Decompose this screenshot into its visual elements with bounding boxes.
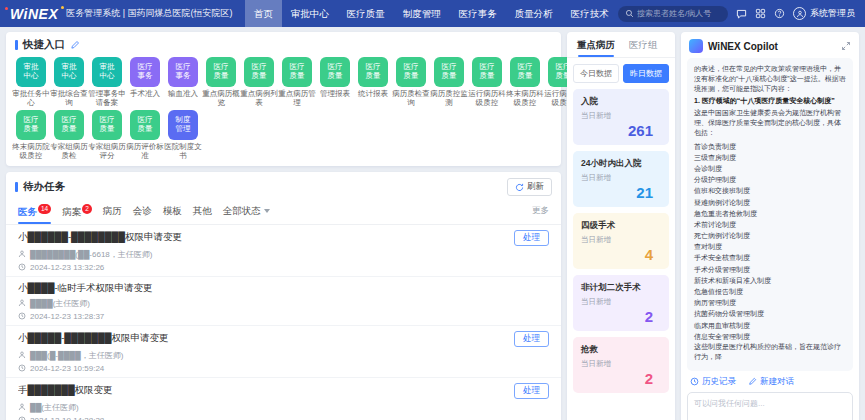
quick-entry-tile[interactable]: 医疗质量 病历质控监测 xyxy=(430,57,468,107)
tile-icon: 医疗质量 xyxy=(358,57,388,87)
handle-button[interactable]: 处理 xyxy=(514,331,549,347)
nav-tab[interactable]: 首页 xyxy=(245,0,282,27)
quick-entry-tile[interactable]: 医疗质量 专家组病历质检 xyxy=(50,110,88,160)
task-item[interactable]: 小████-临时手术权限申请变更 ████(主任医师) xyxy=(6,277,561,326)
refresh-button[interactable]: 刷新 xyxy=(507,178,552,196)
monitor-tabs: 重点病历 医疗组 xyxy=(567,32,675,58)
quick-entry-tile[interactable]: 审批中心 审批综合查询 xyxy=(50,57,88,107)
quick-entry-tile[interactable]: 医疗质量 运行病历科级质控 xyxy=(468,57,506,107)
clock-icon xyxy=(18,416,26,420)
new-chat-button[interactable]: 新建对话 xyxy=(748,376,794,388)
copilot-input[interactable] xyxy=(688,393,852,420)
stat-card[interactable]: 24小时内出入院 当日新增 21 xyxy=(573,151,669,207)
patient-search[interactable] xyxy=(618,6,728,22)
stat-title: 四级手术 xyxy=(581,220,661,232)
todo-tab-label: 模板 xyxy=(163,205,182,216)
expand-icon[interactable] xyxy=(841,41,851,51)
todo-tab[interactable]: 模板 xyxy=(163,202,182,223)
stat-title: 24小时内出入院 xyxy=(581,158,661,170)
help-icon[interactable] xyxy=(774,8,785,19)
handle-button[interactable]: 处理 xyxy=(514,383,549,399)
tile-label: 医院制度文书 xyxy=(164,142,202,160)
stat-sublabel: 当日新增 xyxy=(581,297,661,307)
quick-entry-tile[interactable]: 审批中心 审批任务中心 xyxy=(12,57,50,107)
app-title: 医务管理系统 | 国药同煤总医院(恒安院区) xyxy=(66,7,232,20)
stat-card[interactable]: 非计划二次手术 当日新增 2 xyxy=(573,275,669,331)
main-nav: 首页 审批中心 医疗质量 制度管理 医疗事务 质量分析 医疗技术 xyxy=(245,0,610,27)
nav-tab[interactable]: 医疗质量 xyxy=(338,0,394,27)
tile-icon: 医疗质量 xyxy=(396,57,426,87)
quick-entry-tile[interactable]: 医疗质量 病历质检查询 xyxy=(392,57,430,107)
quick-entry-tile[interactable]: 医疗质量 终末病历院级质控 xyxy=(12,110,50,160)
nav-tab[interactable]: 医疗事务 xyxy=(450,0,506,27)
todo-header: 待办任务 刷新 xyxy=(6,172,561,200)
stat-card[interactable]: 抢救 当日新增 2 xyxy=(573,337,669,393)
quick-entry-tile[interactable]: 医疗质量 病历评价标准 xyxy=(126,110,164,160)
todo-tab[interactable]: 医务14 xyxy=(18,201,51,224)
tile-label: 重点病历管理 xyxy=(278,89,316,107)
tile-label: 统计报表 xyxy=(354,89,392,107)
task-time: 2024-12-23 13:32:26 xyxy=(30,263,104,272)
todo-tab[interactable]: 会诊 xyxy=(133,202,152,223)
tile-icon: 医疗质量 xyxy=(16,110,46,140)
monitor-tab[interactable]: 医疗组 xyxy=(629,39,658,57)
date-filter-tab[interactable]: 昨日数据 xyxy=(623,64,669,83)
task-item[interactable]: 小█████-███████权限申请变更 处理 ███(█-████，主任医师) xyxy=(6,326,561,378)
tile-category: 医疗事务 xyxy=(138,63,153,80)
monitor-tab[interactable]: 重点病历 xyxy=(577,39,615,57)
todo-tab-label: 会诊 xyxy=(133,205,152,216)
stat-card[interactable]: 入院 当日新增 261 xyxy=(573,89,669,145)
task-title: 手███████权限变更 xyxy=(18,384,508,397)
quick-entry-tile[interactable]: 医疗质量 终末病历科级质控 xyxy=(506,57,544,107)
user-name: 系统管理员 xyxy=(810,7,855,20)
quick-entry-tile[interactable]: 医疗事务 手术准入 xyxy=(126,57,164,107)
todo-tab[interactable]: 病历 xyxy=(103,202,122,223)
quick-entry-tile[interactable]: 医疗质量 专家组病历评分 xyxy=(88,110,126,160)
tab-count-badge: 2 xyxy=(82,204,92,214)
copilot-input-box[interactable] xyxy=(687,392,853,420)
date-filter-tabs: 今日数据 昨日数据 xyxy=(567,58,675,85)
apps-icon[interactable] xyxy=(755,8,766,19)
task-item[interactable]: 小██████-████████权限申请变更 处理 ████████(██-66… xyxy=(6,225,561,277)
user-menu[interactable]: 系统管理员 xyxy=(793,7,855,20)
status-filter-dropdown[interactable]: 全部状态 xyxy=(223,205,270,220)
tile-icon: 审批中心 xyxy=(54,57,84,87)
quick-entry-tile[interactable]: 审批中心 管理事务申请备案 xyxy=(88,57,126,107)
history-button[interactable]: 历史记录 xyxy=(690,376,736,388)
nav-tab[interactable]: 质量分析 xyxy=(506,0,562,27)
edit-icon[interactable] xyxy=(70,40,80,50)
quick-entry-tile[interactable]: 医疗质量 统计报表 xyxy=(354,57,392,107)
copilot-chat-message: 的表述，但在常见的中文政策或管理语境中，并没有标准化的“十八项核心制度”这一提法… xyxy=(687,58,853,371)
nav-tab[interactable]: 制度管理 xyxy=(394,0,450,27)
quick-entry-tile[interactable]: 制度管理 医院制度文书 xyxy=(164,110,202,160)
tile-category: 审批中心 xyxy=(24,63,39,80)
nav-tab[interactable]: 医疗技术 xyxy=(562,0,618,27)
search-icon xyxy=(625,9,634,18)
quick-entry-tile[interactable]: 医疗事务 输血准入 xyxy=(164,57,202,107)
quick-entry-tile[interactable]: 医疗质量 管理报表 xyxy=(316,57,354,107)
handle-button[interactable]: 处理 xyxy=(514,230,549,246)
task-item[interactable]: 手███████权限变更 处理 ██(主任医师) xyxy=(6,378,561,420)
stat-card[interactable]: 四级手术 当日新增 4 xyxy=(573,213,669,269)
nav-tab[interactable]: 审批中心 xyxy=(282,0,338,27)
quick-entry-tile[interactable]: 医疗质量 重点病历概览 xyxy=(202,57,240,107)
tile-label: 重点病历概览 xyxy=(202,89,240,107)
core-system-item: 信息安全管理制度 xyxy=(694,331,846,342)
copilot-actions: 历史记录 新建对话 xyxy=(681,371,859,390)
more-link[interactable]: 更多 xyxy=(532,205,549,219)
search-input[interactable] xyxy=(637,9,721,18)
tile-category: 医疗质量 xyxy=(252,63,267,80)
tile-category: 医疗质量 xyxy=(290,63,305,80)
todo-title: 待办任务 xyxy=(23,180,65,194)
todo-tab[interactable]: 病案2 xyxy=(62,201,92,224)
task-title: 小██████-████████权限申请变更 xyxy=(18,231,508,244)
tile-icon: 医疗质量 xyxy=(54,110,84,140)
main-content: 快捷入口 审批中心 审批任务中心 xyxy=(0,27,865,420)
message-icon[interactable] xyxy=(736,8,747,19)
tile-icon: 医疗质量 xyxy=(206,57,236,87)
stat-value: 4 xyxy=(581,246,661,263)
todo-tab[interactable]: 其他 xyxy=(193,202,212,223)
quick-entry-tile[interactable]: 医疗质量 重点病例列表 xyxy=(240,57,278,107)
quick-entry-tile[interactable]: 医疗质量 重点病历管理 xyxy=(278,57,316,107)
date-filter-tab[interactable]: 今日数据 xyxy=(573,64,619,83)
